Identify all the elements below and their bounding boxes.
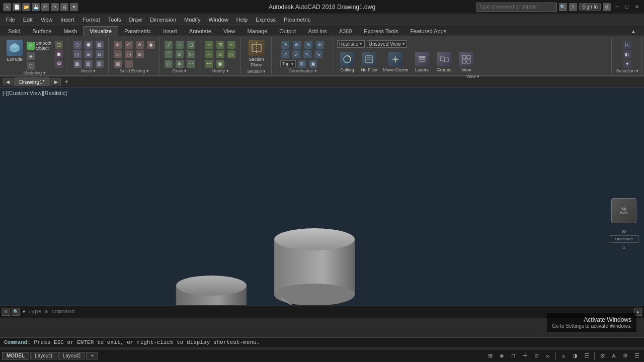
save-icon[interactable]: 💾 bbox=[32, 3, 40, 11]
customize-icon[interactable]: ▼ bbox=[70, 3, 78, 11]
cmd-dropdown-icon[interactable]: ▼ bbox=[22, 309, 26, 314]
tab-surface[interactable]: Surface bbox=[26, 27, 57, 36]
tab-solid[interactable]: Solid bbox=[2, 27, 26, 36]
se-btn7[interactable]: ⊞ bbox=[135, 50, 145, 59]
menu-window[interactable]: Window bbox=[204, 16, 232, 24]
command-input[interactable] bbox=[28, 309, 634, 315]
minimize-button[interactable]: ─ bbox=[613, 3, 621, 11]
se-btn2[interactable]: ⊖ bbox=[124, 40, 134, 49]
menu-modify[interactable]: Modify bbox=[180, 16, 204, 24]
menu-view[interactable]: View bbox=[37, 16, 57, 24]
se-btn3[interactable]: ⊗ bbox=[135, 40, 145, 49]
mod-btn6[interactable]: ◫ bbox=[226, 50, 236, 59]
tab-insert[interactable]: Insert bbox=[157, 27, 183, 36]
ucs-icon-btn[interactable]: ⊞ bbox=[297, 59, 307, 68]
smooth-object-button[interactable]: ⊙ SmoothObject bbox=[26, 40, 52, 51]
se-btn5[interactable]: ▱ bbox=[113, 50, 123, 59]
help-icon[interactable]: ? bbox=[569, 3, 577, 11]
undo-icon[interactable]: ↶ bbox=[41, 3, 49, 11]
coord-btn8[interactable]: ↘ bbox=[313, 50, 324, 59]
mod-btn4[interactable]: ↔ bbox=[204, 50, 214, 59]
tab-featuredapps[interactable]: Featured Apps bbox=[405, 27, 453, 36]
autocad-logo-icon[interactable]: A bbox=[3, 3, 11, 11]
ucs-btn2[interactable]: ▣ bbox=[308, 59, 318, 68]
tab-a360[interactable]: A360 bbox=[333, 27, 358, 36]
settings-icon[interactable]: ⚙ bbox=[603, 3, 611, 11]
menu-format[interactable]: Format bbox=[78, 16, 104, 24]
layers-button[interactable]: Layers bbox=[412, 51, 432, 74]
view-direction-dropdown[interactable]: Top ▼ bbox=[280, 60, 296, 67]
osnap-toggle[interactable]: ⊙ bbox=[531, 351, 541, 361]
se-btn8[interactable]: ▦ bbox=[113, 59, 123, 68]
tab-collapse[interactable]: ▲ bbox=[625, 27, 642, 36]
draw-btn4[interactable]: ⌒ bbox=[164, 50, 174, 59]
mesh-btn4[interactable]: ◫ bbox=[72, 50, 83, 59]
groups-button[interactable]: Groups bbox=[434, 51, 454, 74]
add-tab-button[interactable]: + bbox=[62, 77, 72, 86]
menu-tools[interactable]: Tools bbox=[104, 16, 125, 24]
menu-help[interactable]: Help bbox=[232, 16, 252, 24]
coord-btn1[interactable]: ⊕ bbox=[280, 40, 290, 49]
add-layout-button[interactable]: + bbox=[86, 352, 98, 359]
mesh-btn1[interactable]: ⬡ bbox=[72, 40, 83, 49]
draw-btn6[interactable]: ▷ bbox=[186, 50, 196, 59]
visual-style-dropdown[interactable]: Realistic ▼ bbox=[337, 40, 365, 48]
open-file-icon[interactable]: 📂 bbox=[22, 3, 30, 11]
redo-icon[interactable]: ↷ bbox=[51, 3, 59, 11]
coord-btn7[interactable]: ↖ bbox=[302, 50, 312, 59]
viewport[interactable]: [-][Custom View][Realistic] bbox=[0, 87, 644, 305]
draw-btn8[interactable]: ⊕ bbox=[175, 59, 185, 68]
close-button[interactable]: ✕ bbox=[633, 3, 641, 11]
tab-expresstools[interactable]: Express Tools bbox=[358, 27, 404, 36]
menu-parametric[interactable]: Parametric bbox=[280, 16, 314, 24]
mesh-btn6[interactable]: ⊟ bbox=[95, 50, 105, 59]
workspace-icon[interactable]: ⚙ bbox=[620, 351, 630, 361]
no-filter-button[interactable]: No Filter bbox=[359, 51, 379, 74]
viewport-dropdown[interactable]: Unsaved View ▼ bbox=[367, 40, 408, 48]
menu-express[interactable]: Express bbox=[252, 16, 280, 24]
extra-btn2[interactable]: ⬡ bbox=[26, 61, 52, 70]
se-btn4[interactable]: ◉ bbox=[146, 40, 156, 49]
mesh-btn7[interactable]: ▩ bbox=[72, 59, 83, 68]
mod-btn2[interactable]: ⊞ bbox=[215, 40, 225, 49]
customize-icon[interactable]: ☰ bbox=[632, 351, 642, 361]
menu-edit[interactable]: Edit bbox=[19, 16, 37, 24]
coord-btn4[interactable]: ⊕ bbox=[315, 40, 325, 49]
mod-btn8[interactable]: ▣ bbox=[215, 59, 225, 68]
draw-btn1[interactable]: ╱ bbox=[164, 40, 174, 49]
extra-btn1[interactable]: ◈ bbox=[26, 52, 52, 61]
draw-btn7[interactable]: ⬠ bbox=[164, 59, 174, 68]
sel-btn2[interactable]: ◧ bbox=[622, 50, 632, 59]
menu-draw[interactable]: Draw bbox=[125, 16, 146, 24]
modeling-btn5[interactable]: ⭖ bbox=[54, 59, 64, 68]
coord-btn3[interactable]: ⊕ bbox=[303, 40, 313, 49]
modeling-btn4[interactable]: ⬟ bbox=[54, 50, 64, 59]
ortho-toggle[interactable]: ⊓ bbox=[508, 351, 518, 361]
menu-insert[interactable]: Insert bbox=[56, 16, 78, 24]
draw-btn3[interactable]: ◻ bbox=[186, 40, 196, 49]
coord-btn2[interactable]: ⊕ bbox=[292, 40, 302, 49]
tab-manage[interactable]: Manage bbox=[242, 27, 274, 36]
modeling-btn3[interactable]: ◫ bbox=[54, 40, 64, 49]
search-cmd-button[interactable]: 🔍 bbox=[12, 308, 20, 316]
tab-output[interactable]: Output bbox=[273, 27, 302, 36]
sel-btn1[interactable]: ▷ bbox=[622, 40, 632, 49]
grid-toggle[interactable]: ⊞ bbox=[485, 351, 495, 361]
selection-cycle-toggle[interactable]: ⊠ bbox=[597, 351, 607, 361]
snap-toggle[interactable]: ◈ bbox=[497, 351, 507, 361]
draw-btn2[interactable]: ○ bbox=[175, 40, 185, 49]
extrude-button[interactable]: Extrude bbox=[5, 39, 24, 63]
tab-parametric[interactable]: Parametric bbox=[118, 27, 157, 36]
section-plane-button[interactable]: SectionPlane bbox=[247, 39, 266, 69]
menu-dimension[interactable]: Dimension bbox=[146, 16, 180, 24]
close-cmd-button[interactable]: ✕ bbox=[2, 308, 10, 316]
model-tab[interactable]: MODEL bbox=[2, 352, 29, 359]
search-input[interactable] bbox=[476, 3, 557, 12]
draw-btn9[interactable]: ⋯ bbox=[186, 59, 196, 68]
se-btn9[interactable]: ⋮ bbox=[124, 59, 134, 68]
se-btn1[interactable]: ⊕ bbox=[113, 40, 123, 49]
mod-btn7[interactable]: ⭤ bbox=[204, 59, 214, 68]
tab-view[interactable]: View bbox=[217, 27, 242, 36]
layout1-tab[interactable]: Layout1 bbox=[30, 352, 57, 359]
tab-annotate[interactable]: Annotate bbox=[183, 27, 217, 36]
